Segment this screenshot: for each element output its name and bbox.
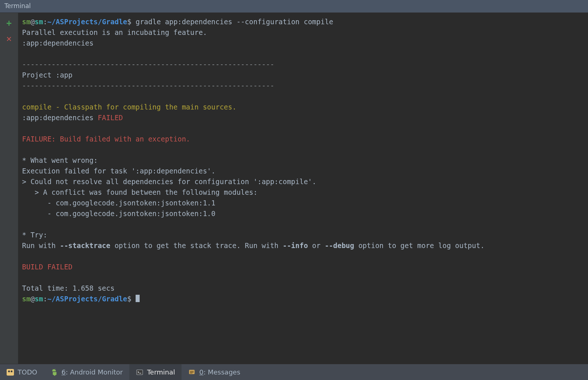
statusbar-item-label: 0: Messages: [199, 368, 240, 376]
statusbar-item-label: TODO: [18, 368, 37, 376]
prompt-at: @: [31, 295, 35, 303]
prompt-at: @: [31, 18, 35, 26]
statusbar-item-todo[interactable]: TODO: [0, 364, 44, 380]
plus-icon: +: [6, 18, 11, 28]
cursor: [136, 295, 140, 302]
output-rule: ----------------------------------------…: [22, 82, 274, 90]
prompt-colon: :: [43, 18, 47, 26]
prompt-path: ~/ASProjects/Gradle: [47, 18, 127, 26]
output-build-failed: BUILD FAILED: [22, 263, 72, 271]
prompt-dollar: $: [127, 18, 131, 26]
output-line: > Could not resolve all dependencies for…: [22, 178, 316, 186]
output-line: - com.googlecode.jsontoken:jsontoken:1.0: [22, 209, 215, 218]
output-line: - com.googlecode.jsontoken:jsontoken:1.1: [22, 199, 215, 207]
output-line: option to get the stack trace. Run with: [110, 241, 283, 250]
terminal-gutter: + ✕: [0, 13, 18, 364]
add-terminal-button[interactable]: +: [4, 18, 14, 28]
statusbar-item-android-monitor[interactable]: 6: Android Monitor: [44, 364, 129, 380]
terminal-icon: [136, 369, 143, 376]
panel-title: Terminal: [0, 0, 588, 13]
output-line: option to get more log output.: [354, 241, 485, 250]
command-line: gradle app:dependencies --configuration …: [136, 18, 333, 26]
output-flag: --debug: [325, 241, 354, 250]
statusbar-item-terminal[interactable]: Terminal: [129, 364, 182, 380]
output-line: Total time: 1.658 secs: [22, 284, 115, 292]
todo-icon: [7, 369, 14, 376]
close-terminal-button[interactable]: ✕: [4, 33, 14, 44]
statusbar-item-messages[interactable]: 0: Messages: [182, 364, 247, 380]
output-line: :app:dependencies: [22, 39, 93, 47]
messages-icon: [188, 369, 196, 376]
prompt-user: sm: [22, 295, 31, 303]
statusbar-item-label: 6: Android Monitor: [61, 368, 123, 376]
close-icon: ✕: [6, 33, 11, 44]
output-rule: ----------------------------------------…: [22, 60, 274, 68]
svg-rect-3: [190, 372, 194, 373]
output-line: Execution failed for task ':app:dependen…: [22, 167, 215, 175]
output-line: Project :app: [22, 71, 72, 79]
svg-rect-2: [190, 371, 194, 372]
prompt-host: sm: [35, 18, 43, 26]
prompt-colon: :: [43, 295, 47, 303]
status-bar: TODO 6: Android Monitor Terminal 0: Mess…: [0, 364, 588, 380]
svg-rect-0: [137, 370, 143, 374]
output-line: * Try:: [22, 231, 47, 239]
output-line: or: [308, 241, 325, 250]
statusbar-item-label: Terminal: [147, 368, 175, 376]
output-line: Parallel execution is an incubating feat…: [22, 28, 207, 36]
svg-rect-1: [189, 370, 195, 374]
terminal-output[interactable]: sm@sm:~/ASProjects/Gradle$ gradle app:de…: [18, 13, 588, 364]
prompt-user: sm: [22, 18, 31, 26]
output-line: Run with: [22, 241, 60, 250]
android-icon: [50, 369, 58, 376]
prompt-path: ~/ASProjects/Gradle: [47, 295, 127, 303]
prompt-dollar: $: [127, 295, 131, 303]
output-flag: --stacktrace: [60, 241, 110, 250]
output-failure-line: FAILURE: Build failed with an exception.: [22, 135, 190, 143]
output-line: :app:dependencies: [22, 114, 98, 122]
output-line: compile - Classpath for compiling the ma…: [22, 103, 236, 111]
output-failed: FAILED: [98, 114, 123, 122]
terminal-panel-body: + ✕ sm@sm:~/ASProjects/Gradle$ gradle ap…: [0, 13, 588, 364]
prompt-host: sm: [35, 295, 43, 303]
output-flag: --info: [283, 241, 308, 250]
output-line: * What went wrong:: [22, 156, 98, 164]
svg-rect-4: [190, 373, 193, 373]
output-line: > A conflict was found between the follo…: [22, 188, 258, 196]
